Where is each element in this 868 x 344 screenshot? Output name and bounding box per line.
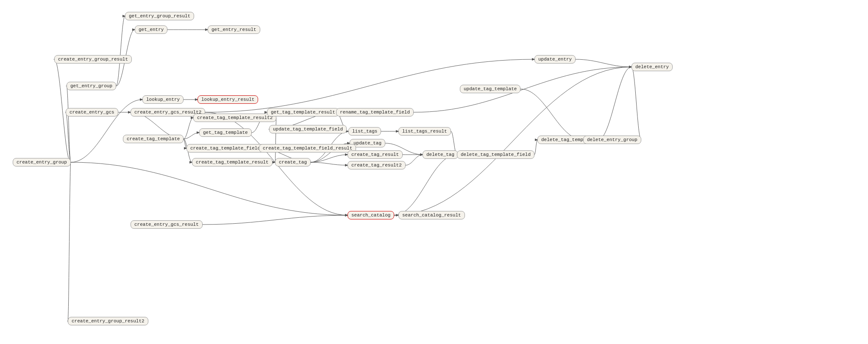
- node-get_tag_template[interactable]: get_tag_template: [199, 128, 252, 137]
- edge-update_entry-delete_entry: [576, 59, 632, 67]
- node-lookup_entry[interactable]: lookup_entry: [142, 95, 184, 104]
- edge-create_entry_group-create_entry_group_result2: [68, 162, 71, 321]
- node-create_entry_group[interactable]: create_entry_group: [13, 158, 71, 166]
- node-create_entry_group_result[interactable]: create_entry_group_result: [54, 55, 132, 64]
- edge-create_tag-create_tag_result: [311, 155, 348, 162]
- node-update_entry[interactable]: update_entry: [534, 55, 576, 64]
- node-delete_tag_template_field[interactable]: delete_tag_template_field: [457, 150, 534, 159]
- edge-delete_entry_group-delete_entry: [632, 67, 641, 140]
- node-update_tag_template[interactable]: update_tag_template: [460, 85, 520, 93]
- node-delete_entry_group[interactable]: delete_entry_group: [583, 136, 641, 144]
- edge-create_tag-create_tag_result2: [311, 162, 348, 165]
- edge-create_tag_result2-delete_tag: [406, 155, 423, 165]
- node-get_entry_group_result[interactable]: get_entry_group_result: [125, 12, 194, 20]
- node-delete_tag[interactable]: delete_tag: [423, 150, 458, 159]
- edge-rename_tag_template_field-delete_entry: [414, 67, 632, 112]
- edge-create_tag_template_result2-create_tag: [275, 118, 276, 162]
- node-create_tag_template_result[interactable]: create_tag_template_result: [192, 158, 273, 166]
- edge-get_entry_group-get_entry_group_result: [116, 16, 125, 86]
- node-get_entry_group[interactable]: get_entry_group: [67, 82, 116, 90]
- node-create_tag_template_result2[interactable]: create_tag_template_result2: [193, 114, 276, 122]
- node-get_entry_result[interactable]: get_entry_result: [208, 25, 260, 34]
- node-create_entry_gcs[interactable]: create_entry_gcs: [66, 108, 118, 117]
- node-rename_tag_template_field[interactable]: rename_tag_template_field: [336, 108, 414, 117]
- node-create_tag_template[interactable]: create_tag_template: [123, 135, 184, 143]
- node-list_tags[interactable]: list_tags: [348, 127, 381, 136]
- node-delete_entry[interactable]: delete_entry: [632, 63, 673, 71]
- node-create_tag[interactable]: create_tag: [275, 158, 311, 166]
- node-create_tag_template_field[interactable]: create_tag_template_field: [186, 144, 264, 153]
- diagram-canvas: get_entry_group_resultget_entryget_entry…: [0, 0, 868, 344]
- node-list_tags_result[interactable]: list_tags_result: [398, 127, 451, 136]
- edge-create_tag_template-create_tag_template_result2: [184, 118, 193, 139]
- node-update_tag_template_field[interactable]: update_tag_template_field: [269, 125, 347, 133]
- node-get_entry[interactable]: get_entry: [135, 25, 167, 34]
- edge-delete_tag_template-delete_entry: [598, 67, 632, 140]
- node-create_tag_template_field_result[interactable]: create_tag_template_field_result: [259, 144, 356, 153]
- edge-create_entry_group-search_catalog: [71, 162, 348, 215]
- node-create_tag_result2[interactable]: create_tag_result2: [348, 161, 406, 169]
- node-create_entry_group_result2[interactable]: create_entry_group_result2: [68, 317, 148, 325]
- edges-layer: [0, 0, 868, 344]
- node-create_entry_gcs_result[interactable]: create_entry_gcs_result: [131, 220, 203, 229]
- node-create_tag_result[interactable]: create_tag_result: [348, 150, 403, 159]
- node-lookup_entry_result[interactable]: lookup_entry_result: [198, 95, 258, 104]
- node-search_catalog[interactable]: search_catalog: [348, 211, 394, 219]
- node-get_tag_template_result[interactable]: get_tag_template_result: [267, 108, 339, 117]
- edge-delete_tag_template_field-delete_tag_template: [534, 140, 537, 155]
- node-search_catalog_result[interactable]: search_catalog_result: [398, 211, 465, 219]
- edge-update_tag_template-delete_entry_group: [520, 89, 583, 140]
- edge-create_entry_gcs_result-search_catalog: [203, 215, 348, 225]
